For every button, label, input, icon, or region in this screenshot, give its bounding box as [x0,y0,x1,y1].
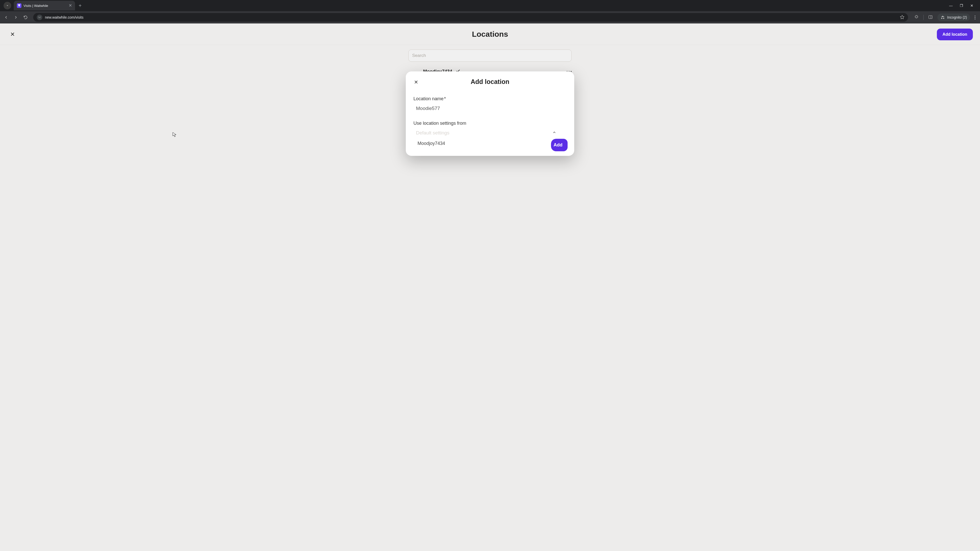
forward-button[interactable] [12,14,19,21]
side-panel-icon[interactable] [928,15,933,20]
reload-button[interactable] [22,14,29,21]
modal-title: Add location [414,78,566,86]
browser-toolbar: new.waitwhile.com/visits Incognito (2) [0,11,980,24]
close-window-button[interactable]: ✕ [970,3,974,8]
toolbar-right: Incognito (2) [912,14,977,21]
tab-close-icon[interactable]: ✕ [68,3,72,8]
chevron-up-icon [552,130,556,136]
tab-title: Visits | Waitwhile [24,4,67,8]
incognito-badge[interactable]: Incognito (2) [937,14,970,21]
url-text: new.waitwhile.com/visits [45,15,897,19]
svg-point-0 [38,17,39,17]
incognito-label: Incognito (2) [947,15,967,19]
modal-close-icon[interactable]: ✕ [414,79,418,85]
svg-point-1 [40,17,41,17]
add-location-modal: ✕ Add location Location name* Use locati… [406,71,574,156]
extensions-icon[interactable] [914,15,919,20]
modal-backdrop[interactable]: ✕ Add location Location name* Use locati… [0,24,980,551]
location-name-input[interactable] [414,104,566,113]
browser-chrome: Visits | Waitwhile ✕ + — ❐ ✕ new.waitwhi… [0,0,980,24]
svg-rect-2 [38,17,41,18]
site-settings-icon[interactable] [37,14,42,20]
location-name-label: Location name* [414,96,566,102]
back-button[interactable] [3,14,10,21]
bookmark-star-icon[interactable] [900,15,904,20]
waitwhile-favicon [17,3,21,8]
tab-search-button[interactable] [3,2,11,10]
minimize-button[interactable]: — [949,3,953,8]
settings-option[interactable]: Moodjoy7434 [414,137,566,148]
settings-select-button[interactable]: Default settings [414,129,559,137]
cursor-icon [172,132,177,138]
address-bar[interactable]: new.waitwhile.com/visits [33,13,908,22]
settings-from-label: Use location settings from [414,121,566,126]
toolbar-divider [923,15,924,20]
window-controls: — ❐ ✕ [949,3,978,8]
settings-select: Default settings Moodjoy7434 [414,129,566,148]
browser-tab[interactable]: Visits | Waitwhile ✕ [14,1,75,11]
browser-menu-icon[interactable] [975,16,975,19]
maximize-button[interactable]: ❐ [960,3,963,8]
tab-strip: Visits | Waitwhile ✕ + — ❐ ✕ [0,0,980,11]
settings-select-placeholder: Default settings [416,130,449,136]
page-content: ✕ Locations Add location Moodjoy7434 ✕ A… [0,24,980,551]
new-tab-button[interactable]: + [79,3,82,8]
svg-rect-3 [929,16,932,19]
add-submit-button[interactable]: Add [551,139,568,151]
